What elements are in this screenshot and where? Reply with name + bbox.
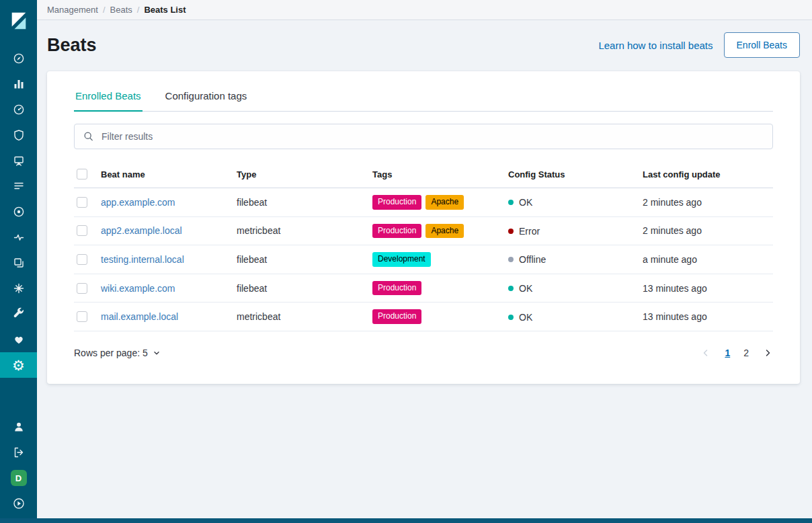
- beat-name-link[interactable]: testing.internal.local: [101, 254, 184, 265]
- status-label: OK: [519, 312, 532, 323]
- breadcrumb-separator: /: [137, 5, 140, 15]
- beats-panel: Enrolled Beats Configuration tags Beat n…: [47, 71, 800, 384]
- status-label: OK: [519, 197, 532, 208]
- breadcrumb-separator: /: [103, 5, 106, 15]
- row-checkbox[interactable]: [77, 197, 87, 208]
- canvas-icon: [12, 154, 26, 167]
- nav-uptime[interactable]: [0, 225, 37, 250]
- row-checkbox[interactable]: [77, 254, 87, 265]
- tabs: Enrolled Beats Configuration tags: [74, 71, 773, 112]
- nav-bottom: D: [0, 414, 37, 516]
- nav-apm[interactable]: [0, 199, 37, 225]
- status-dot: [508, 229, 514, 234]
- nav-dev-tools[interactable]: [0, 301, 37, 327]
- tag-badge[interactable]: Development: [372, 252, 431, 267]
- tab-enrolled-beats[interactable]: Enrolled Beats: [74, 90, 143, 112]
- next-page-button[interactable]: [762, 348, 773, 358]
- beat-tags: ProductionApache: [372, 195, 503, 210]
- page-2-button[interactable]: 2: [743, 348, 749, 358]
- beat-name-link[interactable]: app2.example.local: [101, 225, 182, 236]
- breadcrumb-beats[interactable]: Beats: [110, 5, 132, 15]
- status-dot: [508, 315, 514, 320]
- table-header-row: Beat name Type Tags Config Status Last c…: [74, 160, 773, 188]
- beats-table-body: app.example.com filebeat ProductionApach…: [74, 188, 773, 331]
- row-checkbox[interactable]: [77, 283, 87, 294]
- last-config-update: 13 minutes ago: [643, 311, 707, 322]
- table-footer: Rows per page: 5 1 2: [74, 331, 773, 380]
- last-config-update: 2 minutes ago: [643, 197, 702, 208]
- discover-icon: [12, 52, 26, 65]
- col-header-config-status: Config Status: [508, 160, 643, 188]
- beat-type: filebeat: [237, 254, 267, 265]
- prev-page-button[interactable]: [700, 348, 711, 358]
- sparkle-icon: [12, 282, 26, 295]
- select-all-checkbox[interactable]: [77, 169, 87, 179]
- nav-management[interactable]: ⚙: [0, 352, 37, 378]
- kibana-logo[interactable]: [0, 0, 37, 42]
- config-status: OK: [508, 312, 532, 323]
- tag-badge[interactable]: Production: [372, 309, 421, 324]
- page-1-button[interactable]: 1: [725, 348, 730, 358]
- pagination: 1 2: [700, 348, 773, 358]
- breadcrumb-management[interactable]: Management: [47, 5, 98, 15]
- kibana-logo-icon: [9, 11, 29, 31]
- last-config-update: 13 minutes ago: [643, 283, 707, 294]
- nav-monitoring[interactable]: [0, 327, 37, 352]
- row-checkbox[interactable]: [77, 225, 87, 236]
- rows-per-page-control[interactable]: Rows per page: 5: [74, 348, 161, 358]
- col-header-tags: Tags: [372, 160, 508, 188]
- beat-type: filebeat: [237, 197, 267, 208]
- logout-icon: [12, 446, 26, 459]
- tag-badge[interactable]: Apache: [425, 195, 464, 210]
- status-label: Offline: [519, 254, 546, 265]
- gear-icon: ⚙: [12, 358, 25, 372]
- beat-name-link[interactable]: wiki.example.com: [101, 283, 175, 294]
- stacked-docs-icon: [12, 256, 26, 270]
- beat-tags: Production: [372, 281, 503, 296]
- enroll-beats-button[interactable]: Enroll Beats: [724, 32, 800, 58]
- row-checkbox[interactable]: [77, 311, 87, 322]
- tag-badge[interactable]: Apache: [425, 224, 464, 239]
- nav-timelion[interactable]: [0, 122, 37, 148]
- beat-tags: Development: [372, 252, 503, 267]
- table-row: app.example.com filebeat ProductionApach…: [74, 188, 773, 217]
- config-status: Offline: [508, 254, 546, 265]
- nav-logs[interactable]: [0, 173, 37, 199]
- nav-canvas[interactable]: [0, 148, 37, 173]
- space-badge: D: [11, 470, 27, 486]
- filter-bar: [74, 124, 773, 149]
- tab-configuration-tags[interactable]: Configuration tags: [164, 90, 249, 111]
- table-row: wiki.example.com filebeat Production OK …: [74, 274, 773, 303]
- nav-dashboard[interactable]: [0, 97, 37, 122]
- nav-infrastructure[interactable]: [0, 250, 37, 276]
- user-profile-button[interactable]: [0, 414, 37, 440]
- install-beats-link[interactable]: Learn how to install beats: [598, 40, 713, 51]
- nav-discover[interactable]: [0, 46, 37, 71]
- beat-type: filebeat: [237, 283, 267, 294]
- nav-machine-learning[interactable]: [0, 276, 37, 301]
- beat-type: metricbeat: [237, 225, 280, 236]
- heart-icon: [12, 333, 26, 346]
- space-selector[interactable]: D: [0, 465, 37, 491]
- tag-badge[interactable]: Production: [372, 195, 421, 210]
- status-dot: [508, 257, 514, 262]
- status-dot: [508, 286, 514, 291]
- status-label: OK: [519, 283, 532, 294]
- status-label: Error: [519, 226, 540, 237]
- beat-name-link[interactable]: app.example.com: [101, 197, 175, 208]
- shield-icon: [12, 128, 26, 142]
- nav-visualize[interactable]: [0, 71, 37, 97]
- header-actions: Learn how to install beats Enroll Beats: [598, 32, 800, 58]
- tag-badge[interactable]: Production: [372, 281, 421, 296]
- config-status: OK: [508, 197, 532, 208]
- search-icon: [83, 130, 95, 143]
- logout-button[interactable]: [0, 440, 37, 465]
- page-title: Beats: [47, 35, 97, 56]
- collapse-nav-button[interactable]: [0, 491, 37, 516]
- tag-badge[interactable]: Production: [372, 224, 421, 239]
- status-dot: [508, 200, 514, 205]
- col-header-beat-name: Beat name: [101, 160, 237, 188]
- user-icon: [12, 420, 26, 434]
- beat-name-link[interactable]: mail.example.local: [101, 311, 178, 322]
- filter-input[interactable]: [74, 124, 773, 149]
